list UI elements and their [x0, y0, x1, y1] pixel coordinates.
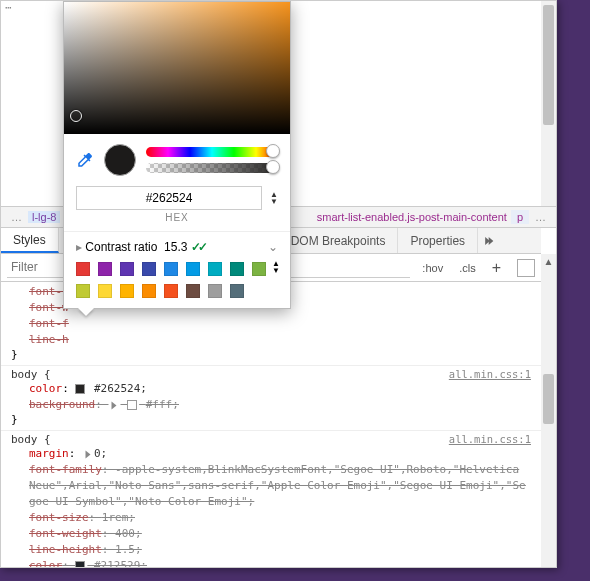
contrast-value: 15.3	[164, 240, 187, 254]
scrollbar-vertical[interactable]: ▲	[541, 254, 556, 567]
breadcrumb-ellipsis[interactable]: …	[529, 211, 552, 223]
palette-swatch[interactable]	[164, 284, 178, 298]
cls-button[interactable]: .cls	[455, 258, 480, 278]
css-rule: all.min.css:1 body { margin: 0; font-fam…	[1, 431, 541, 567]
css-declaration[interactable]: font-size: 1rem;	[11, 510, 531, 526]
scrollbar-thumb[interactable]	[543, 5, 554, 125]
sv-cursor[interactable]	[70, 110, 82, 122]
palette-swatch[interactable]	[120, 262, 134, 276]
scroll-up-arrow[interactable]: ▲	[541, 254, 556, 268]
breadcrumb-item[interactable]: l-lg-8	[28, 211, 60, 223]
palette-swatch[interactable]	[208, 262, 222, 276]
color-swatch[interactable]	[75, 384, 85, 394]
palette-stepper[interactable]: ▲▼	[272, 260, 280, 274]
more-tabs-icon[interactable]	[484, 234, 498, 248]
palette-swatch[interactable]	[164, 262, 178, 276]
palette-swatch[interactable]	[76, 284, 90, 298]
palette-swatch[interactable]	[208, 284, 222, 298]
palette-swatch[interactable]	[98, 284, 112, 298]
tab-styles[interactable]: Styles	[1, 228, 59, 253]
brace: }	[11, 348, 531, 361]
new-style-rule-button[interactable]: +	[488, 258, 505, 278]
tree-ellipsis-icon: ⋯	[5, 1, 12, 14]
expand-shorthand-icon[interactable]	[112, 401, 117, 409]
hex-input[interactable]	[76, 186, 262, 210]
palette-swatch[interactable]	[98, 262, 112, 276]
alpha-slider-thumb[interactable]	[266, 160, 280, 174]
css-declaration[interactable]: line-h	[11, 332, 531, 348]
scrollbar-vertical[interactable]	[541, 1, 556, 206]
color-picker-popover: ▲▼ HEX ▸ Contrast ratio 15.3 ✓✓ ⌄ ▲▼	[63, 1, 291, 309]
check-icon: ✓✓	[191, 240, 205, 254]
css-declaration[interactable]: font-weight: 400;	[11, 526, 531, 542]
color-swatch[interactable]	[127, 400, 137, 410]
palette-swatch[interactable]	[142, 284, 156, 298]
css-declaration[interactable]: margin: 0;	[11, 446, 531, 462]
breadcrumb-ellipsis[interactable]: …	[5, 211, 28, 223]
contrast-row[interactable]: ▸ Contrast ratio 15.3 ✓✓ ⌄	[64, 231, 290, 258]
format-stepper[interactable]: ▲▼	[270, 191, 278, 205]
palette-swatch[interactable]	[252, 262, 266, 276]
css-declaration[interactable]: line-height: 1.5;	[11, 542, 531, 558]
hue-slider-thumb[interactable]	[266, 144, 280, 158]
alpha-slider[interactable]	[146, 163, 278, 173]
css-declaration[interactable]: color: #262524;	[11, 381, 531, 397]
devtools-window: ⋯ ▸ <P> </P> == $0 <p> </p> code search …	[0, 0, 557, 568]
breadcrumb-item[interactable]: p	[511, 210, 529, 224]
css-declaration[interactable]: background: #fff;	[11, 397, 531, 413]
palette-swatch[interactable]	[186, 284, 200, 298]
hov-button[interactable]: :hov	[418, 258, 447, 278]
tab-properties[interactable]: Properties	[398, 228, 478, 253]
rule-source-link[interactable]: all.min.css:1	[449, 433, 531, 445]
chevron-down-icon[interactable]: ⌄	[268, 240, 278, 254]
hue-slider[interactable]	[146, 147, 278, 157]
css-rule: all.min.css:1 body { color: #262524; bac…	[1, 366, 541, 431]
expand-shorthand-icon[interactable]	[86, 450, 91, 458]
toggle-sidebar-button[interactable]	[517, 259, 535, 277]
palette: ▲▼	[64, 258, 290, 298]
palette-swatch[interactable]	[186, 262, 200, 276]
tab-dom-breakpoints[interactable]: DOM Breakpoints	[279, 228, 399, 253]
breadcrumb-item[interactable]: smart-list-enabled.js-post-main-content	[313, 211, 511, 223]
palette-swatch[interactable]	[76, 262, 90, 276]
saturation-value-area[interactable]	[64, 2, 290, 134]
brace: }	[11, 413, 531, 426]
css-declaration[interactable]: color: #212529;	[11, 558, 531, 567]
palette-swatch[interactable]	[142, 262, 156, 276]
format-label: HEX	[64, 210, 290, 223]
palette-swatch[interactable]	[230, 284, 244, 298]
contrast-label: Contrast ratio	[85, 240, 157, 254]
popover-arrow	[78, 308, 94, 316]
chevron-right-icon[interactable]: ▸	[76, 240, 82, 254]
palette-swatch[interactable]	[230, 262, 244, 276]
rule-source-link[interactable]: all.min.css:1	[449, 368, 531, 380]
css-declaration[interactable]: font-family: -apple-system,BlinkMacSyste…	[11, 462, 531, 510]
styles-panel[interactable]: font-s font-w font-f line-h } all.min.cs…	[1, 282, 541, 567]
scrollbar-thumb[interactable]	[543, 374, 554, 424]
css-declaration[interactable]: font-f	[11, 316, 531, 332]
palette-swatch[interactable]	[120, 284, 134, 298]
color-preview	[104, 144, 136, 176]
color-swatch[interactable]	[75, 561, 85, 567]
eyedropper-icon[interactable]	[76, 151, 94, 169]
